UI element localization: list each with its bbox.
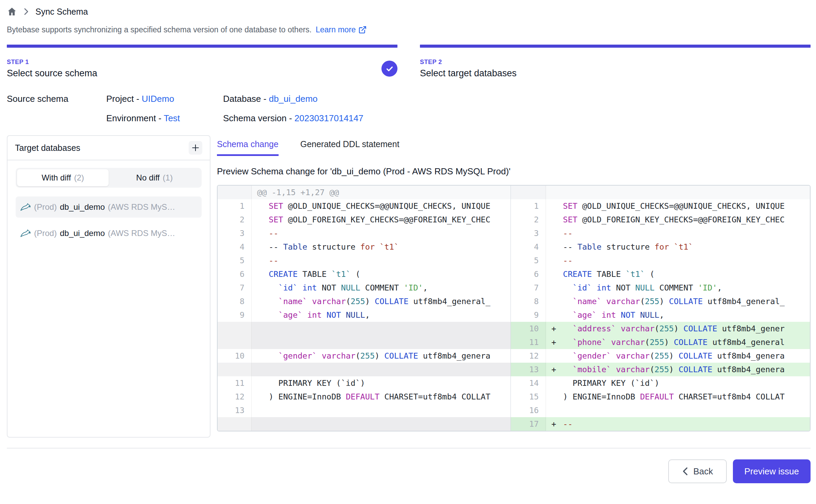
diff-filter-tabs: With diff (2) No diff (1) — [16, 168, 202, 188]
field-database: Database - db_ui_demo — [223, 94, 363, 104]
diff-line-number-right: 17 — [511, 417, 546, 431]
diff-row: 13+ `mobile` varchar(255) COLLATE utf8mb… — [218, 363, 810, 376]
diff-code-left — [252, 322, 511, 335]
step-1-completed-badge — [381, 61, 397, 77]
page-description: Bytebase supports synchronizing a specif… — [7, 25, 811, 34]
diff-line-number-right: 16 — [511, 404, 546, 417]
sync-schema-page: Sync Schema Bytebase supports synchroniz… — [0, 0, 816, 504]
diff-code-right — [546, 404, 810, 417]
stepper: STEP 1 Select source schema STEP 2 Selec… — [7, 45, 811, 79]
diff-row: 10 `gender` varchar(255) COLLATE utf8mb4… — [218, 349, 810, 363]
diff-row: 10+ `address` varchar(255) COLLATE utf8m… — [218, 322, 810, 335]
target-databases-panel: Target databases With diff (2) No diff (… — [7, 135, 210, 438]
target-database-item[interactable]: (Prod) db_ui_demo (AWS RDS MyS… — [16, 223, 202, 244]
diff-line-number-left: 11 — [218, 376, 252, 390]
diff-code-left: PRIMARY KEY (`id`) — [252, 376, 511, 390]
diff-line-number-right: 5 — [511, 254, 546, 267]
diff-code-left: SET @OLD_UNIQUE_CHECKS=@@UNIQUE_CHECKS, … — [252, 199, 511, 213]
check-icon — [386, 65, 394, 73]
diff-line-number-left: 10 — [218, 349, 252, 363]
diff-line-number-right: 7 — [511, 281, 546, 295]
diff-line-number-left — [218, 417, 252, 431]
step-2-progress-bar — [420, 45, 811, 48]
diff-line-number-right: 13 — [511, 363, 546, 376]
diff-line-number-right: 12 — [511, 349, 546, 363]
diff-code-left: CREATE TABLE `t1` ( — [252, 267, 511, 281]
diff-line-number-left: 6 — [218, 267, 252, 281]
field-schema-version: Schema version - 20230317014147 — [223, 113, 363, 124]
diff-code-right: -- — [546, 226, 810, 240]
diff-code-left: SET @OLD_FOREIGN_KEY_CHECKS=@@FOREIGN_KE… — [252, 213, 511, 226]
diff-code-left — [252, 404, 511, 417]
footer-actions: Back Preview issue — [7, 459, 811, 483]
database-link[interactable]: db_ui_demo — [269, 94, 317, 104]
source-schema-section: Source schema Project - UIDemo Database … — [7, 94, 811, 124]
diff-row: 11 PRIMARY KEY (`id`)14 PRIMARY KEY (`id… — [218, 376, 810, 390]
diff-code-right: `age` int NOT NULL, — [546, 308, 810, 322]
tab-no-diff[interactable]: No diff (1) — [109, 169, 200, 186]
diff-row: 12) ENGINE=InnoDB DEFAULT CHARSET=utf8mb… — [218, 390, 810, 404]
back-button[interactable]: Back — [668, 459, 727, 483]
add-target-database-button[interactable] — [189, 141, 202, 155]
diff-line-number-left — [218, 186, 252, 199]
diff-row: 5--5-- — [218, 254, 810, 267]
schema-diff-viewer: @@ -1,15 +1,27 @@1SET @OLD_UNIQUE_CHECKS… — [217, 185, 811, 431]
main-content: Target databases With diff (2) No diff (… — [7, 135, 811, 438]
step-1-progress-bar — [7, 45, 397, 48]
step-1-title: Select source schema — [7, 68, 97, 79]
learn-more-link[interactable]: Learn more — [316, 25, 367, 34]
diff-code-right: SET @OLD_FOREIGN_KEY_CHECKS=@@FOREIGN_KE… — [546, 213, 810, 226]
description-text: Bytebase supports synchronizing a specif… — [7, 25, 312, 34]
external-link-icon — [358, 26, 367, 34]
diff-row: @@ -1,15 +1,27 @@ — [218, 186, 810, 199]
tab-with-diff[interactable]: With diff (2) — [17, 169, 109, 186]
diff-row: 8 `name` varchar(255) COLLATE utf8mb4_ge… — [218, 295, 810, 308]
diff-line-number-right: 8 — [511, 295, 546, 308]
diff-code-right: `name` varchar(255) COLLATE utf8mb4_gene… — [546, 295, 810, 308]
diff-code-right: CREATE TABLE `t1` ( — [546, 267, 810, 281]
diff-line-number-left: 4 — [218, 240, 252, 254]
step-2-label: STEP 2 — [420, 59, 517, 66]
diff-line-number-right: 4 — [511, 240, 546, 254]
diff-code-right: SET @OLD_UNIQUE_CHECKS=@@UNIQUE_CHECKS, … — [546, 199, 810, 213]
target-database-item[interactable]: (Prod) db_ui_demo (AWS RDS MyS… — [16, 196, 202, 218]
diff-row: 4-- Table structure for `t1`4-- Table st… — [218, 240, 810, 254]
footer-divider — [7, 448, 811, 448]
preview-issue-button[interactable]: Preview issue — [733, 459, 811, 483]
diff-line-number-right: 1 — [511, 199, 546, 213]
target-database-list: (Prod) db_ui_demo (AWS RDS MyS… (Prod) d… — [16, 196, 202, 244]
schema-change-panel: Schema change Generated DDL statement Pr… — [217, 135, 811, 438]
diff-code-right: `id` int NOT NULL COMMENT 'ID', — [546, 281, 810, 295]
diff-line-number-right: 15 — [511, 390, 546, 404]
tab-generated-ddl[interactable]: Generated DDL statement — [300, 139, 399, 156]
diff-code-right: +-- — [546, 417, 810, 431]
diff-line-number-left — [218, 335, 252, 349]
diff-code-right — [546, 186, 810, 199]
diff-row: 3--3-- — [218, 226, 810, 240]
diff-line-number-left: 5 — [218, 254, 252, 267]
diff-row: 1316 — [218, 404, 810, 417]
diff-row: 6CREATE TABLE `t1` (6CREATE TABLE `t1` ( — [218, 267, 810, 281]
diff-row: 1SET @OLD_UNIQUE_CHECKS=@@UNIQUE_CHECKS,… — [218, 199, 810, 213]
diff-line-number-left — [218, 322, 252, 335]
diff-code-left: -- Table structure for `t1` — [252, 240, 511, 254]
environment-link[interactable]: Test — [164, 113, 180, 123]
diff-line-number-right: 6 — [511, 267, 546, 281]
diff-code-right: -- — [546, 254, 810, 267]
schema-version-link[interactable]: 20230317014147 — [295, 113, 363, 123]
diff-line-number-left: 9 — [218, 308, 252, 322]
diff-code-right: + `phone` varchar(255) COLLATE utf8mb4_g… — [546, 335, 810, 349]
diff-code-left: ) ENGINE=InnoDB DEFAULT CHARSET=utf8mb4 … — [252, 390, 511, 404]
diff-code-left: `id` int NOT NULL COMMENT 'ID', — [252, 281, 511, 295]
project-link[interactable]: UIDemo — [142, 94, 174, 104]
diff-code-left: @@ -1,15 +1,27 @@ — [252, 186, 511, 199]
mysql-icon — [20, 203, 31, 211]
schema-tabs: Schema change Generated DDL statement — [217, 139, 811, 156]
step-2: STEP 2 Select target databases — [420, 45, 811, 79]
home-icon[interactable] — [7, 6, 17, 17]
diff-code-right: PRIMARY KEY (`id`) — [546, 376, 810, 390]
preview-title: Preview Schema change for 'db_ui_demo (P… — [217, 166, 811, 177]
chevron-right-icon — [23, 8, 29, 15]
diff-line-number-right: 11 — [511, 335, 546, 349]
tab-schema-change[interactable]: Schema change — [217, 139, 279, 156]
